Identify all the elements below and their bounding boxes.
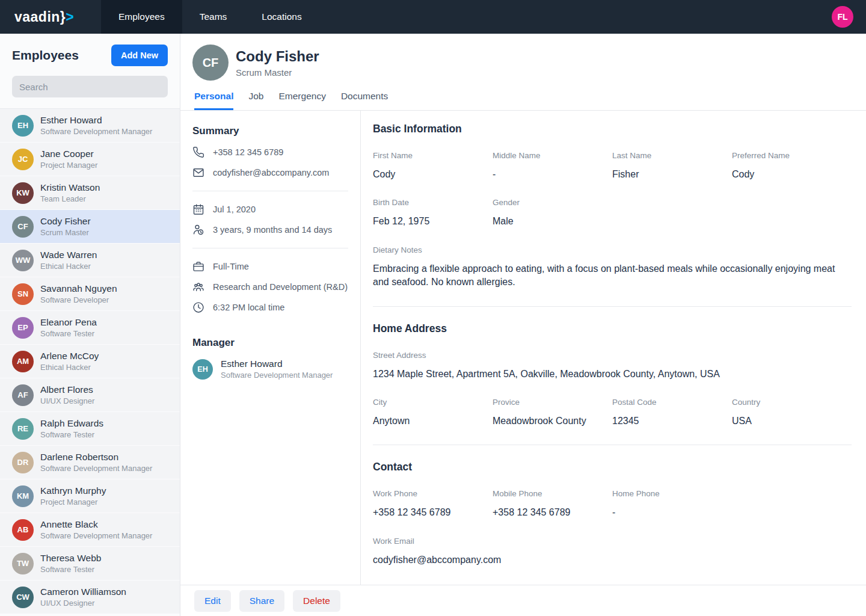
- employee-role: Software Tester: [40, 329, 97, 338]
- employee-list-item[interactable]: WW Wade Warren Ethical Hacker: [0, 244, 180, 277]
- profile-content: Summary +358 12 345 6789 codyfisher@abcc…: [180, 111, 866, 585]
- employee-role: UI/UX Designer: [40, 599, 126, 608]
- employee-list-item[interactable]: CF Cody Fisher Scrum Master: [0, 210, 180, 244]
- vaadin-logo: vaadin}>: [0, 0, 101, 34]
- summary-text: 3 years, 9 months and 14 days: [213, 225, 332, 235]
- nav-item-employees[interactable]: Employees: [101, 0, 182, 34]
- field-label: Provice: [493, 398, 612, 407]
- field: Mobile Phone+358 12 345 6789: [493, 489, 612, 519]
- detail-section: ContactWork Phone+358 12 345 6789Mobile …: [373, 445, 852, 585]
- employee-avatar: DR: [12, 452, 34, 473]
- app-screen: vaadin}> Employees Teams Locations FL Em…: [0, 0, 866, 616]
- field-label: Street Address: [373, 351, 852, 360]
- summary-item: Full-Time: [192, 256, 348, 277]
- field-value: USA: [732, 414, 852, 428]
- search-input[interactable]: [12, 76, 168, 97]
- employee-list-item[interactable]: AM Arlene McCoy Ethical Hacker: [0, 345, 180, 378]
- employee-list-item[interactable]: RE Ralph Edwards Software Tester: [0, 412, 180, 446]
- employee-list-item[interactable]: CW Cameron Williamson UI/UX Designer: [0, 581, 180, 614]
- employee-role: Scrum Master: [40, 228, 91, 237]
- field-value: -: [493, 168, 612, 181]
- employee-list-item[interactable]: JC Jane Cooper Project Manager: [0, 143, 180, 176]
- field: Home Phone-: [612, 489, 732, 519]
- field: Preferred NameCody: [732, 151, 852, 181]
- profile-tabs: Personal Job Emergency Documents: [194, 91, 866, 110]
- field-label: Work Phone: [373, 489, 493, 498]
- tab-personal[interactable]: Personal: [194, 91, 233, 110]
- field: Birth DateFeb 12, 1975: [373, 198, 493, 228]
- field-label: Mobile Phone: [493, 489, 612, 498]
- tab-emergency[interactable]: Emergency: [278, 91, 325, 110]
- employee-name: Theresa Webb: [40, 553, 101, 564]
- employee-list-item[interactable]: EH Esther Howard Software Development Ma…: [0, 109, 180, 143]
- summary-text: Jul 1, 2020: [213, 205, 256, 214]
- field-row: Work Phone+358 12 345 6789Mobile Phone+3…: [373, 489, 852, 519]
- employee-list-item[interactable]: TW Theresa Webb Software Tester: [0, 547, 180, 581]
- tab-job[interactable]: Job: [248, 91, 263, 110]
- team-icon: [192, 281, 204, 293]
- field-label: Last Name: [612, 151, 732, 160]
- employee-avatar: EH: [12, 115, 34, 137]
- summary-text: Full-Time: [213, 262, 249, 271]
- field-row: First NameCodyMiddle Name-Last NameFishe…: [373, 151, 852, 181]
- logo-arrow-icon: >: [66, 9, 74, 25]
- employee-role: Software Tester: [40, 430, 103, 439]
- profile-header: CF Cody Fisher Scrum Master Personal Job…: [180, 34, 866, 111]
- edit-button[interactable]: Edit: [194, 590, 231, 612]
- detail-section: Basic InformationFirst NameCodyMiddle Na…: [373, 123, 852, 289]
- field-value: -: [612, 506, 732, 519]
- field-label: Birth Date: [373, 198, 493, 207]
- tab-documents[interactable]: Documents: [341, 91, 388, 110]
- employee-avatar: EP: [12, 317, 34, 339]
- employee-role: Project Manager: [40, 161, 97, 170]
- action-bar: Edit Share Delete: [180, 585, 866, 616]
- profile-role: Scrum Master: [236, 67, 319, 78]
- manager-item[interactable]: EH Esther Howard Software Development Ma…: [192, 359, 348, 380]
- employee-role: Software Development Manager: [40, 464, 152, 473]
- field: Last NameFisher: [612, 151, 732, 181]
- employee-name: Cody Fisher: [40, 216, 91, 227]
- nav-item-teams[interactable]: Teams: [182, 0, 245, 34]
- summary-item: Jul 1, 2020: [192, 199, 348, 220]
- summary-panel: Summary +358 12 345 6789 codyfisher@abcc…: [180, 111, 361, 585]
- employee-list: EH Esther Howard Software Development Ma…: [0, 108, 180, 616]
- field-label: Country: [732, 398, 852, 407]
- field: CityAnytown: [373, 398, 493, 428]
- detail-section: Home AddressStreet Address1234 Maple Str…: [373, 306, 852, 428]
- summary-item: Research and Development (R&D): [192, 277, 348, 297]
- field-value: Embracing a flexible approach to eating,…: [373, 262, 852, 289]
- employee-role: Software Developer: [40, 295, 117, 304]
- field-label: Gender: [493, 198, 612, 207]
- employee-list-item[interactable]: KW Kristin Watson Team Leader: [0, 176, 180, 210]
- employee-list-item[interactable]: DR Darlene Robertson Software Developmen…: [0, 446, 180, 479]
- summary-item: 6:32 PM local time: [192, 297, 348, 318]
- top-navbar: vaadin}> Employees Teams Locations FL: [0, 0, 866, 34]
- field-label: Middle Name: [493, 151, 612, 160]
- add-new-button[interactable]: Add New: [111, 45, 168, 66]
- field: ProviceMeadowbrook County: [493, 398, 612, 428]
- employee-avatar: AB: [12, 519, 34, 541]
- summary-item: 3 years, 9 months and 14 days: [192, 220, 348, 240]
- user-avatar[interactable]: FL: [832, 6, 853, 28]
- field-value: Cody: [732, 168, 852, 181]
- field-row: Work Emailcodyfisher@abccompany.com: [373, 537, 852, 567]
- employee-name: Esther Howard: [40, 115, 152, 126]
- share-button[interactable]: Share: [239, 590, 284, 612]
- employee-avatar: AF: [12, 384, 34, 406]
- summary-text: codyfisher@abccompany.com: [213, 168, 329, 177]
- nav-item-locations[interactable]: Locations: [244, 0, 319, 34]
- profile-name: Cody Fisher: [236, 48, 319, 65]
- field: Work Phone+358 12 345 6789: [373, 489, 493, 519]
- employee-list-item[interactable]: EP Eleanor Pena Software Tester: [0, 311, 180, 345]
- field-value: +358 12 345 6789: [373, 506, 493, 519]
- employee-list-item[interactable]: SN Savannah Nguyen Software Developer: [0, 277, 180, 311]
- field-row: CityAnytownProviceMeadowbrook CountyPost…: [373, 398, 852, 428]
- employee-avatar: SN: [12, 283, 34, 305]
- employee-list-item[interactable]: AB Annette Black Software Development Ma…: [0, 513, 180, 547]
- manager-avatar: EH: [192, 359, 213, 380]
- employee-list-item[interactable]: AF Albert Flores UI/UX Designer: [0, 378, 180, 412]
- delete-button[interactable]: Delete: [293, 590, 340, 612]
- employee-avatar: TW: [12, 553, 34, 574]
- employee-role: UI/UX Designer: [40, 396, 94, 405]
- employee-list-item[interactable]: KM Kathryn Murphy Project Manager: [0, 479, 180, 513]
